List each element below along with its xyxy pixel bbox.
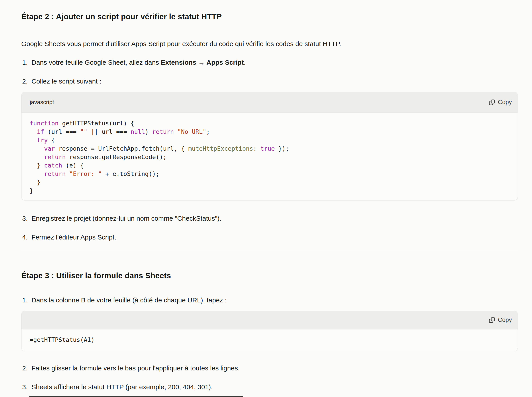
list-text: Enregistrez le projet (donnez-lui un nom…: [31, 214, 221, 223]
list-number: 2.: [21, 364, 31, 373]
document-body: Étape 2 : Ajouter un script pour vérifie…: [0, 0, 532, 392]
code-block-formula: Copy =getHTTPStatus(A1): [21, 310, 518, 351]
code-content: function getHTTPStatus(url) { if (url ==…: [21, 113, 518, 200]
list-text: Faites glisser la formule vers le bas po…: [31, 364, 240, 373]
list-item: 2. Faites glisser la formule vers le bas…: [21, 364, 518, 373]
list-number: 4.: [21, 233, 31, 242]
list-number: 1.: [21, 58, 31, 67]
bottom-cutoff-bar: [29, 396, 243, 397]
list-number: 1.: [21, 296, 31, 305]
step3-list-before-code: 1. Dans la colonne B de votre feuille (à…: [21, 296, 518, 305]
list-text: Dans la colonne B de votre feuille (à cô…: [31, 296, 227, 305]
list-item: 1. Dans la colonne B de votre feuille (à…: [21, 296, 518, 305]
list-item: 3. Sheets affichera le statut HTTP (par …: [21, 382, 518, 392]
step3-list-after-code: 2. Faites glisser la formule vers le bas…: [21, 364, 518, 392]
list-number: 2.: [21, 77, 31, 86]
list-number: 3.: [21, 382, 31, 392]
section-divider: [21, 251, 518, 251]
copy-icon: [489, 99, 495, 106]
step2-heading: Étape 2 : Ajouter un script pour vérifie…: [21, 0, 518, 21]
list-text: Collez le script suivant :: [31, 77, 101, 86]
code-block-header: javascript Copy: [21, 92, 518, 113]
code-block-javascript: javascript Copy function getHTTPStatus(u…: [21, 92, 518, 200]
list-text: Fermez l'éditeur Apps Script.: [31, 233, 116, 242]
code-content: =getHTTPStatus(A1): [21, 329, 518, 351]
list-number: 3.: [21, 214, 31, 223]
copy-button[interactable]: Copy: [489, 99, 512, 106]
list-item: 2. Collez le script suivant :: [21, 77, 518, 86]
copy-button-label: Copy: [498, 316, 512, 323]
list-item: 4. Fermez l'éditeur Apps Script.: [21, 233, 518, 242]
list-item: 3. Enregistrez le projet (donnez-lui un …: [21, 214, 518, 223]
list-text: Dans votre feuille Google Sheet, allez d…: [31, 58, 246, 67]
copy-icon: [489, 317, 495, 323]
code-language-label: javascript: [30, 99, 54, 106]
step3-heading: Étape 3 : Utiliser la formule dans Sheet…: [21, 271, 518, 280]
list-item: 1. Dans votre feuille Google Sheet, alle…: [21, 58, 518, 67]
step2-list-before-code: 1. Dans votre feuille Google Sheet, alle…: [21, 58, 518, 86]
list-text: Sheets affichera le statut HTTP (par exe…: [31, 382, 213, 392]
copy-button-label: Copy: [498, 99, 512, 106]
step2-list-after-code: 3. Enregistrez le projet (donnez-lui un …: [21, 214, 518, 242]
copy-button[interactable]: Copy: [489, 316, 512, 323]
code-block-header: Copy: [21, 311, 518, 329]
step2-intro: Google Sheets vous permet d'utiliser App…: [21, 39, 518, 49]
